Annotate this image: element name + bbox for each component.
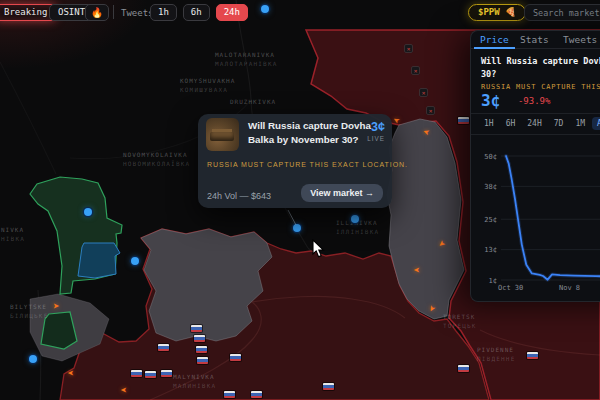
- map-label-nivka: NIVKAНІВКА: [1, 227, 25, 242]
- popup-price: 3¢: [371, 120, 385, 134]
- russian-flag-marker: [458, 365, 469, 372]
- timeframe-6h[interactable]: 6H: [501, 117, 521, 130]
- pizza-icon: 🍕: [505, 7, 516, 17]
- chart-y-tick: 25¢: [484, 216, 497, 224]
- russian-flag-marker: [158, 344, 169, 351]
- map-label-druzhkivka: DRUZHKIVKA: [230, 99, 276, 105]
- russian-flag-marker: [194, 335, 205, 342]
- attack-arrow-icon: ➤: [67, 367, 74, 378]
- clash-marker-icon: ✕: [404, 44, 413, 53]
- attack-arrow-icon: ➤: [413, 264, 420, 275]
- price-line-series: [506, 156, 600, 280]
- map-label-bilytske: BILYTSKEБІЛИЦЬКЕ: [10, 304, 49, 319]
- russian-flag-marker: [224, 391, 235, 398]
- market-detail-panel: PriceStatsTweets Will Russia capture Dov…: [470, 30, 600, 302]
- ticker-badge[interactable]: $PPW 🍕: [468, 4, 526, 21]
- tweet-location-dot[interactable]: [29, 355, 37, 363]
- panel-market-title: Will Russia capture Dovha Balka by Novem…: [481, 55, 600, 81]
- russian-flag-marker: [230, 354, 241, 361]
- timeframe-7d[interactable]: 7D: [549, 117, 569, 130]
- fire-icon[interactable]: 🔥: [85, 4, 109, 21]
- app-root: MALOTARANIVKAМАЛОТАРАНІВКАKOMYSHUVAKHAКО…: [0, 0, 600, 400]
- timeframe-24h[interactable]: 24H: [522, 117, 546, 130]
- russian-flag-marker: [131, 370, 142, 377]
- chart-y-tick: 13¢: [484, 246, 497, 254]
- russian-flag-marker: [251, 391, 262, 398]
- chart-x-tick: Nov 8: [559, 284, 580, 292]
- tweet-location-dot[interactable]: [131, 257, 139, 265]
- russian-flag-marker: [191, 325, 202, 332]
- live-badge: LIVE: [367, 135, 385, 142]
- price-line-series: [506, 156, 600, 280]
- timeframe-all[interactable]: ALL: [592, 117, 600, 130]
- timeframe-1m[interactable]: 1M: [570, 117, 590, 130]
- popup-market-title: Will Russia capture Dovha Balka by Novem…: [248, 119, 380, 147]
- zone-ukrainian-teal: [78, 243, 120, 278]
- chart-y-tick: 50¢: [484, 153, 497, 161]
- search-input[interactable]: [524, 4, 600, 21]
- chart-y-tick: 1¢: [489, 277, 497, 285]
- attack-arrow-icon: ➤: [120, 384, 127, 395]
- map-label-malynivka: MALYNIVKAМАЛИНІВКА: [173, 374, 216, 389]
- map-label-komyshuvakha: KOMYSHUVAKHAКОМИШУВАХА: [180, 78, 235, 93]
- tab-tweets[interactable]: Tweets: [563, 34, 597, 45]
- russian-flag-marker: [196, 346, 207, 353]
- range-button-24h[interactable]: 24h: [216, 4, 248, 21]
- russian-flag-marker: [527, 352, 538, 359]
- clash-marker-icon: ✕: [419, 88, 428, 97]
- popup-constraint: RUSSIA MUST CAPTURE THIS EXACT LOCATION.: [207, 161, 408, 168]
- range-button-1h[interactable]: 1h: [150, 4, 177, 21]
- map-label-novomykolaivka: NOVOMYKOLAIVKAНОВОМИКОЛАЇВКА: [123, 152, 190, 167]
- price-chart[interactable]: 50¢38¢25¢13¢1¢Oct 30Nov 8: [471, 136, 600, 296]
- timeframe-1h[interactable]: 1H: [479, 117, 499, 130]
- market-thumbnail: [206, 118, 239, 151]
- breaking-filter-button[interactable]: Breaking: [0, 4, 56, 21]
- view-market-button[interactable]: View market →: [301, 184, 383, 202]
- timeframe-group: 1H6H24H7D1MALL: [479, 117, 600, 130]
- tweet-location-dot[interactable]: [351, 215, 359, 223]
- panel-price: 3¢: [481, 91, 500, 110]
- panel-tabs: PriceStatsTweets: [471, 31, 600, 49]
- tab-price[interactable]: Price: [480, 34, 509, 45]
- map-label-toretsk: TORETSKТОРЕЦЬК: [443, 314, 477, 329]
- map-label-illinivka: ILLINIVKAІЛЛІНІВКА: [336, 220, 379, 235]
- clash-marker-icon: ✕: [411, 66, 420, 75]
- tab-stats[interactable]: Stats: [520, 34, 549, 45]
- chart-y-tick: 38¢: [484, 183, 497, 191]
- panel-price-change: -93.9%: [518, 96, 551, 106]
- russian-flag-marker: [145, 371, 156, 378]
- clash-marker-icon: ✕: [426, 106, 435, 115]
- russian-flag-marker: [323, 383, 334, 390]
- tweet-location-dot[interactable]: [293, 224, 301, 232]
- tweet-range-group: 1h6h24h: [150, 4, 254, 21]
- popup-volume: 24h Vol — $643: [207, 191, 271, 201]
- russian-flag-marker: [197, 357, 208, 364]
- map-label-malotaranivka: MALOTARANIVKAМАЛОТАРАНІВКА: [215, 52, 278, 67]
- panel-constraint: RUSSIA MUST CAPTURE THIS EXACT LOCATION.: [481, 83, 600, 91]
- russian-flag-marker: [458, 117, 469, 124]
- market-popup-card[interactable]: Will Russia capture Dovha Balka by Novem…: [198, 114, 392, 208]
- range-button-6h[interactable]: 6h: [183, 4, 210, 21]
- panel-divider: [471, 134, 600, 135]
- attack-arrow-icon: ➤: [53, 301, 60, 312]
- chart-x-tick: Oct 30: [498, 284, 523, 292]
- russian-flag-marker: [161, 370, 172, 377]
- topbar-divider: [113, 5, 114, 19]
- tweet-location-dot[interactable]: [84, 208, 92, 216]
- tweet-location-dot[interactable]: [261, 5, 269, 13]
- map-label-pivdenne: PIVDENNEПІВДЕННЕ: [477, 347, 516, 362]
- panel-divider: [471, 113, 600, 114]
